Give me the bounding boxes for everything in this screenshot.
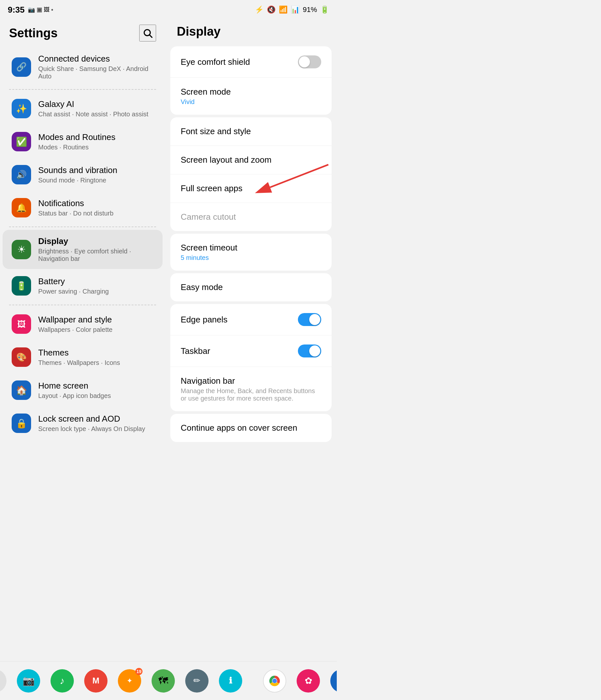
screen-layout-title: Screen layout and zoom: [181, 155, 321, 165]
battery-title: Battery: [38, 276, 154, 286]
nav-editor[interactable]: ✏: [185, 669, 209, 693]
display-title: Display: [38, 236, 154, 246]
wallpaper-icon: 🖼: [12, 314, 31, 334]
settings-header: Settings: [0, 18, 165, 47]
display-item-easy-mode[interactable]: Easy mode: [170, 273, 332, 301]
left-panel: Settings 🔗 Connected devices Quick Share…: [0, 18, 165, 661]
eye-comfort-toggle[interactable]: [298, 55, 321, 68]
notifications-title: Notifications: [38, 198, 154, 208]
display-item-camera-cutout[interactable]: Camera cutout: [170, 203, 332, 231]
screen-mode-title: Screen mode: [181, 87, 321, 97]
settings-title: Settings: [9, 26, 58, 40]
nav-gmail[interactable]: M: [84, 669, 107, 693]
nav-game[interactable]: ✿: [296, 669, 320, 693]
sidebar-item-modes-routines[interactable]: ✅ Modes and Routines Modes · Routines: [3, 125, 162, 158]
home-screen-title: Home screen: [38, 381, 154, 391]
display-subtitle: Brightness · Eye comfort shield · Naviga…: [38, 248, 154, 262]
bixby-badge: 19: [135, 668, 142, 675]
navigation-bar-title: Navigation bar: [181, 376, 321, 386]
display-item-font-size[interactable]: Font size and style: [170, 117, 332, 146]
display-item-screen-layout[interactable]: Screen layout and zoom: [170, 146, 332, 174]
edge-panels-toggle[interactable]: [298, 313, 321, 326]
edge-panels-title: Edge panels: [181, 315, 298, 325]
sidebar-item-battery[interactable]: 🔋 Battery Power saving · Charging: [3, 270, 162, 302]
right-panel: Display Eye comfort shield Screen mode V…: [165, 18, 337, 661]
status-time: 9:35: [8, 5, 25, 15]
connected-devices-icon: 🔗: [12, 57, 31, 77]
nav-spotify[interactable]: ♪: [51, 669, 74, 693]
sidebar-item-lock-screen[interactable]: 🔒 Lock screen and AOD Screen lock type ·…: [3, 407, 162, 440]
galaxy-ai-subtitle: Chat assist · Note assist · Photo assist: [38, 110, 154, 118]
modes-routines-subtitle: Modes · Routines: [38, 144, 154, 151]
connected-devices-title: Connected devices: [38, 54, 154, 64]
display-item-eye-comfort[interactable]: Eye comfort shield: [170, 46, 332, 78]
sounds-title: Sounds and vibration: [38, 165, 154, 175]
nav-maps[interactable]: 🗺: [152, 669, 175, 693]
battery-percent: 91%: [303, 5, 317, 14]
mute-icon: 🔇: [267, 5, 276, 14]
display-item-continue-apps[interactable]: Continue apps on cover screen: [170, 414, 332, 442]
lock-screen-icon: 🔒: [12, 414, 31, 433]
bluetooth-icon: ⚡: [255, 5, 264, 14]
display-icon: ☀: [12, 240, 31, 259]
connected-devices-subtitle: Quick Share · Samsung DeX · Android Auto: [38, 65, 154, 80]
themes-icon: 🎨: [12, 347, 31, 367]
themes-subtitle: Themes · Wallpapers · Icons: [38, 359, 154, 367]
display-item-screen-timeout[interactable]: Screen timeout 5 minutes: [170, 234, 332, 271]
notifications-subtitle: Status bar · Do not disturb: [38, 210, 154, 217]
camera-cutout-title: Camera cutout: [181, 212, 321, 222]
taskbar-toggle[interactable]: [298, 345, 321, 357]
display-item-edge-panels[interactable]: Edge panels: [170, 304, 332, 335]
themes-title: Themes: [38, 348, 154, 358]
battery-icon: 🔋: [320, 5, 329, 14]
svg-point-15: [273, 679, 276, 682]
nav-multiwindow[interactable]: ⊞: [330, 669, 337, 693]
display-item-taskbar[interactable]: Taskbar: [170, 335, 332, 367]
sounds-subtitle: Sound mode · Ringtone: [38, 177, 154, 184]
nav-find-my[interactable]: ℹ: [219, 669, 242, 693]
sidebar-item-connected-devices[interactable]: 🔗 Connected devices Quick Share · Samsun…: [3, 47, 162, 86]
taskbar-title: Taskbar: [181, 346, 298, 356]
font-size-title: Font size and style: [181, 126, 321, 136]
navigation-bar-subtitle: Manage the Home, Back, and Recents butto…: [181, 387, 321, 402]
home-screen-subtitle: Layout · App icon badges: [38, 392, 154, 400]
display-section-5: Edge panels Taskbar Navigation bar Manag…: [170, 304, 332, 411]
display-section-4: Easy mode: [170, 273, 332, 301]
sidebar-item-display[interactable]: ☀ Display Brightness · Eye comfort shiel…: [3, 230, 162, 269]
sidebar-item-wallpaper[interactable]: 🖼 Wallpaper and style Wallpapers · Color…: [3, 308, 162, 340]
display-item-screen-mode[interactable]: Screen mode Vivid: [170, 78, 332, 115]
modes-routines-title: Modes and Routines: [38, 132, 154, 142]
display-section-3: Screen timeout 5 minutes: [170, 234, 332, 271]
divider-1: [9, 89, 156, 90]
sounds-icon: 🔊: [12, 165, 31, 184]
divider-2: [9, 227, 156, 227]
nav-bixby[interactable]: ✦ 19: [118, 669, 141, 693]
wallpaper-title: Wallpaper and style: [38, 315, 154, 325]
sidebar-item-galaxy-ai[interactable]: ✨ Galaxy AI Chat assist · Note assist · …: [3, 92, 162, 125]
full-screen-title: Full screen apps: [181, 183, 321, 194]
search-button[interactable]: [139, 25, 156, 42]
display-item-full-screen[interactable]: Full screen apps: [170, 174, 332, 203]
sidebar-item-themes[interactable]: 🎨 Themes Themes · Wallpapers · Icons: [3, 341, 162, 373]
display-item-navigation-bar[interactable]: Navigation bar Manage the Home, Back, an…: [170, 367, 332, 411]
nav-camera[interactable]: 📷: [17, 669, 40, 693]
wallpaper-subtitle: Wallpapers · Color palette: [38, 326, 154, 333]
status-icons: 📷 ▣ 🖼 •: [28, 6, 53, 13]
sidebar-item-sounds[interactable]: 🔊 Sounds and vibration Sound mode · Ring…: [3, 158, 162, 191]
easy-mode-title: Easy mode: [181, 282, 321, 292]
sidebar-item-notifications[interactable]: 🔔 Notifications Status bar · Do not dist…: [3, 192, 162, 224]
modes-routines-icon: ✅: [12, 132, 31, 151]
display-section-2: Font size and style Screen layout and zo…: [170, 117, 332, 231]
nav-chrome[interactable]: [263, 669, 286, 693]
nav-app-drawer[interactable]: [0, 669, 6, 693]
eye-comfort-title: Eye comfort shield: [181, 57, 298, 67]
sidebar-item-home-screen[interactable]: 🏠 Home screen Layout · App icon badges: [3, 374, 162, 406]
battery-settings-icon: 🔋: [12, 276, 31, 296]
main-layout: Settings 🔗 Connected devices Quick Share…: [0, 18, 337, 661]
display-panel-title: Display: [165, 18, 337, 44]
status-bar: 9:35 📷 ▣ 🖼 • ⚡ 🔇 📶 📊 91% 🔋: [0, 0, 337, 18]
signal-icon: 📊: [291, 5, 299, 14]
lock-screen-title: Lock screen and AOD: [38, 414, 154, 424]
svg-line-1: [150, 35, 152, 37]
screen-timeout-subtitle: 5 minutes: [181, 254, 321, 261]
